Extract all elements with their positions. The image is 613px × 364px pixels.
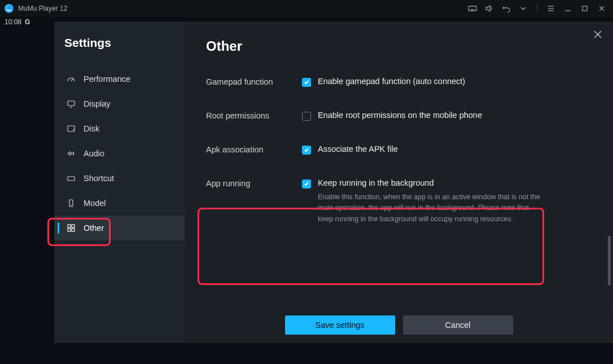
status-strip: 10:08 G <box>0 17 34 27</box>
app-logo-icon <box>5 4 14 13</box>
svg-rect-0 <box>468 6 476 11</box>
option-label: Associate the APK file <box>318 144 398 154</box>
titlebar-separator <box>537 4 537 13</box>
sidebar-item-label: Shortcut <box>84 174 114 183</box>
monitor-icon <box>67 99 76 108</box>
section-label: Root permissions <box>206 111 302 120</box>
minimize-icon[interactable] <box>563 4 572 13</box>
keyboard-small-icon <box>67 174 76 183</box>
option-description: Enable this function, when the app is in… <box>318 192 544 225</box>
svg-rect-21 <box>68 177 75 181</box>
phone-icon <box>67 199 76 208</box>
volume-icon[interactable] <box>485 4 494 13</box>
checkbox-gamepad[interactable] <box>302 78 311 87</box>
cancel-button[interactable]: Cancel <box>403 315 513 335</box>
svg-rect-9 <box>583 6 587 11</box>
grid-icon <box>67 223 76 233</box>
menu-icon[interactable] <box>546 4 555 13</box>
close-dialog-button[interactable] <box>593 29 604 41</box>
sidebar-item-audio[interactable]: Audio <box>54 141 185 166</box>
checkbox-app-running[interactable] <box>302 179 311 188</box>
svg-rect-28 <box>72 225 75 227</box>
sidebar-item-label: Performance <box>84 74 130 84</box>
app-title: MuMu Player 12 <box>18 5 67 12</box>
section-apk: Apk association Associate the APK file <box>206 144 597 155</box>
sidebar-item-other[interactable]: Other <box>54 216 185 240</box>
checkbox-apk[interactable] <box>302 146 311 155</box>
sidebar-item-model[interactable]: Model <box>54 191 185 216</box>
svg-rect-27 <box>68 225 71 227</box>
page-title: Other <box>206 38 597 54</box>
sidebar-item-display[interactable]: Display <box>54 91 185 116</box>
svg-point-16 <box>73 130 74 130</box>
option-label: Enable gamepad function (auto connect) <box>318 77 465 86</box>
section-label: Apk association <box>206 144 302 154</box>
settings-content: Other Gamepad function Enable gamepad fu… <box>185 21 613 343</box>
scrollbar[interactable] <box>608 236 611 349</box>
svg-line-12 <box>71 78 73 81</box>
svg-rect-15 <box>68 126 75 131</box>
sidebar-item-label: Audio <box>84 149 104 158</box>
save-button[interactable]: Save settings <box>285 315 395 335</box>
sidebar-item-label: Model <box>84 199 106 208</box>
disk-icon <box>67 124 76 133</box>
sidebar-item-performance[interactable]: Performance <box>54 67 185 91</box>
sidebar-item-label: Disk <box>84 124 99 133</box>
keyboard-icon[interactable] <box>468 4 477 13</box>
sidebar-item-label: Other <box>84 223 104 233</box>
undo-icon[interactable] <box>502 4 511 13</box>
section-gamepad: Gamepad function Enable gamepad function… <box>206 77 597 87</box>
status-time: 10:08 <box>5 18 21 26</box>
section-app-running: App running Keep running in the backgrou… <box>206 178 597 225</box>
settings-dialog: Settings Performance Display Disk Audio <box>54 21 613 343</box>
section-label: App running <box>206 178 302 188</box>
dialog-footer: Save settings Cancel <box>185 306 613 343</box>
audio-bars-icon <box>67 149 76 158</box>
checkbox-root[interactable] <box>302 112 311 121</box>
option-label: Keep running in the background <box>318 178 544 187</box>
sidebar-item-disk[interactable]: Disk <box>54 116 185 141</box>
titlebar: MuMu Player 12 <box>0 0 613 17</box>
status-indicator: G <box>25 18 30 26</box>
sidebar-item-shortcut[interactable]: Shortcut <box>54 166 185 191</box>
svg-rect-13 <box>68 101 75 106</box>
sidebar-item-label: Display <box>84 99 111 108</box>
maximize-icon[interactable] <box>580 4 589 13</box>
svg-rect-30 <box>72 229 75 231</box>
settings-sidebar: Settings Performance Display Disk Audio <box>54 21 185 343</box>
sidebar-title: Settings <box>54 36 185 67</box>
option-label: Enable root permissions on the mobile ph… <box>318 111 482 120</box>
scrollbar-thumb[interactable] <box>608 236 611 286</box>
chevron-down-icon[interactable] <box>519 4 528 13</box>
section-root: Root permissions Enable root permissions… <box>206 111 597 121</box>
section-label: Gamepad function <box>206 77 302 86</box>
gauge-icon <box>67 74 76 84</box>
close-window-icon[interactable] <box>597 4 606 13</box>
svg-rect-29 <box>68 229 71 231</box>
